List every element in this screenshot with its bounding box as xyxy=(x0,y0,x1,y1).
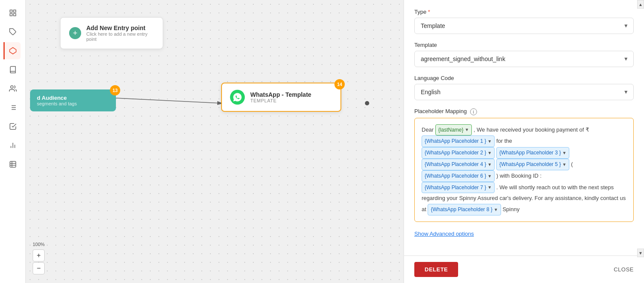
close-button[interactable]: CLOSE xyxy=(614,266,634,273)
type-required-star: * xyxy=(428,9,430,15)
entry-node-subtitle: Click here to add a new entry point xyxy=(86,31,154,42)
zoom-label: 100% xyxy=(33,242,45,247)
sidebar-icon-tag[interactable] xyxy=(4,23,21,40)
svg-rect-3 xyxy=(13,14,15,16)
wa-node-title: WhatsApp - Template xyxy=(250,91,311,98)
entry-node-title: Add New Entry point xyxy=(86,25,154,31)
template-label: Template xyxy=(414,42,634,48)
zoom-out-button[interactable]: − xyxy=(33,262,45,274)
svg-rect-16 xyxy=(10,161,16,167)
wa-badge: 14 xyxy=(334,79,345,89)
chip-arrow-p5: ▼ xyxy=(562,160,566,169)
language-select[interactable]: EnglishHindiSpanish xyxy=(414,84,634,100)
ph-chip-p3[interactable]: {WhatsApp Placeholder 3 } ▼ xyxy=(496,147,569,159)
chip-arrow-p4: ▼ xyxy=(487,160,492,169)
sidebar-icon-check[interactable] xyxy=(4,118,21,135)
ph-chip-p5[interactable]: {WhatsApp Placeholder 5 } ▼ xyxy=(496,159,569,170)
sidebar-icon-people[interactable] xyxy=(4,80,21,97)
panel-scroll-area: Type * TemplateMessageMedia ▼ Template a… xyxy=(404,0,644,255)
template-field-group: Template agreement_signed_without_link ▼ xyxy=(414,42,634,67)
chip-arrow-p2: ▼ xyxy=(487,149,492,157)
ph-paren-open: ( xyxy=(571,161,573,167)
ph-chip-p2[interactable]: {WhatsApp Placeholder 2 } ▼ xyxy=(422,147,495,159)
right-panel: ▲ Type * TemplateMessageMedia ▼ Template… xyxy=(404,0,644,283)
placeholder-info-icon[interactable]: i xyxy=(470,108,477,115)
entry-plus-icon: + xyxy=(69,27,81,39)
ph-chip-p7[interactable]: {WhatsApp Placeholder 7 } ▼ xyxy=(422,182,495,194)
ph-chip-p1[interactable]: {WhatsApp Placeholder 1 } ▼ xyxy=(422,135,495,147)
svg-point-6 xyxy=(10,86,13,88)
svg-marker-5 xyxy=(9,48,16,54)
ph-intro-text: Dear xyxy=(422,126,435,133)
ph-text2: for the xyxy=(496,138,512,144)
canvas[interactable]: + Add New Entry point Click here to add … xyxy=(26,0,404,283)
ph-chip-p6[interactable]: {WhatsApp Placeholder 6 } ▼ xyxy=(422,170,495,182)
whatsapp-icon xyxy=(230,89,245,105)
show-advanced-button[interactable]: Show Advanced options xyxy=(414,231,474,237)
sidebar-icon-book[interactable] xyxy=(4,61,21,78)
delete-button[interactable]: DELETE xyxy=(414,262,458,277)
svg-rect-1 xyxy=(13,10,15,12)
panel-footer: DELETE CLOSE xyxy=(404,255,644,283)
svg-line-20 xyxy=(116,98,221,103)
scroll-down-arrow[interactable]: ▼ xyxy=(637,249,644,257)
sidebar-icon-table[interactable] xyxy=(4,156,21,173)
sidebar xyxy=(0,0,26,283)
audience-title: d Audience xyxy=(37,95,109,101)
svg-rect-2 xyxy=(10,14,12,16)
chip-arrow-p1: ▼ xyxy=(487,137,492,145)
sidebar-icon-list[interactable] xyxy=(4,99,21,116)
chip-arrow-p8: ▼ xyxy=(494,206,498,214)
type-label: Type * xyxy=(414,9,634,15)
audience-subtitle: segments and tags xyxy=(37,101,109,106)
chip-arrow-p3: ▼ xyxy=(562,149,566,157)
placeholder-box: Dear {lastName} ▼ , We have received you… xyxy=(414,118,634,222)
chip-arrow-p6: ▼ xyxy=(487,172,492,180)
chip-arrow-lastname: ▼ xyxy=(465,126,469,134)
type-field-group: Type * TemplateMessageMedia ▼ xyxy=(414,9,634,34)
svg-rect-0 xyxy=(10,10,12,12)
ph-text6: Spinny xyxy=(502,206,519,212)
zoom-in-button[interactable]: + xyxy=(33,249,45,261)
wa-node-subtitle: TEMPLATE xyxy=(250,98,311,103)
template-select-wrapper: agreement_signed_without_link ▼ xyxy=(414,51,634,67)
language-select-wrapper: EnglishHindiSpanish ▼ xyxy=(414,84,634,100)
type-select-wrapper: TemplateMessageMedia ▼ xyxy=(414,18,634,34)
ph-text4: ) with Booking ID : xyxy=(496,172,542,179)
template-select[interactable]: agreement_signed_without_link xyxy=(414,51,634,67)
advanced-options-group: Show Advanced options xyxy=(414,230,634,237)
sidebar-icon-flow[interactable] xyxy=(3,42,21,59)
entry-node[interactable]: + Add New Entry point Click here to add … xyxy=(60,17,163,49)
ph-text1: , We have received your booking payment … xyxy=(474,126,589,133)
language-label: Language Code xyxy=(414,75,634,81)
zoom-controls: 100% + − xyxy=(33,242,45,274)
audience-badge: 13 xyxy=(110,85,120,95)
sidebar-icon-grid[interactable] xyxy=(4,4,21,22)
language-field-group: Language Code EnglishHindiSpanish ▼ xyxy=(414,75,634,100)
audience-node[interactable]: 13 d Audience segments and tags xyxy=(30,89,116,111)
type-select[interactable]: TemplateMessageMedia xyxy=(414,18,634,34)
chip-arrow-p7: ▼ xyxy=(487,183,492,191)
placeholder-mapping-group: Placeholder Mapping i Dear {lastName} ▼ … xyxy=(414,108,634,222)
scroll-up-arrow[interactable]: ▲ xyxy=(637,0,644,9)
sidebar-icon-chart[interactable] xyxy=(4,137,21,154)
ph-chip-p8[interactable]: {WhatsApp Placeholder 8 } ▼ xyxy=(428,204,501,215)
ph-chip-p4[interactable]: {WhatsApp Placeholder 4 } ▼ xyxy=(422,159,495,170)
svg-point-21 xyxy=(365,101,369,105)
placeholder-label: Placeholder Mapping i xyxy=(414,108,634,115)
whatsapp-node[interactable]: 14 WhatsApp - Template TEMPLATE xyxy=(221,83,341,112)
ph-chip-lastname[interactable]: {lastName} ▼ xyxy=(435,124,472,136)
